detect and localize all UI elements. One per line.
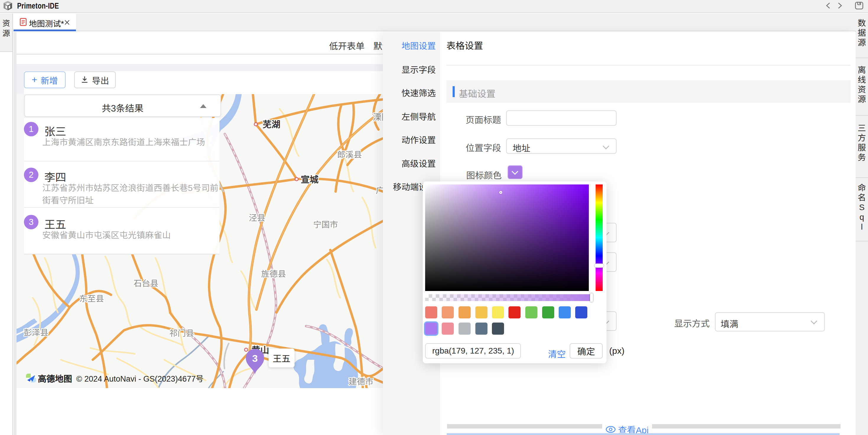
svg-text:溧阳: 溧阳 [373, 112, 383, 122]
svg-text:石台县: 石台县 [133, 279, 158, 288]
svg-text:旌德县: 旌德县 [261, 269, 286, 278]
svg-text:彭泽县: 彭泽县 [24, 328, 49, 337]
svg-text:芜湖: 芜湖 [262, 120, 280, 129]
svg-text:宣城: 宣城 [301, 175, 318, 185]
svg-text:郎溪县: 郎溪县 [337, 150, 362, 159]
svg-text:宁国市: 宁国市 [313, 220, 338, 229]
svg-text:建德市: 建德市 [349, 377, 373, 386]
svg-text:泾县: 泾县 [249, 213, 265, 223]
svg-text:东至县: 东至县 [79, 294, 104, 303]
svg-text:祁门县: 祁门县 [169, 329, 194, 338]
svg-text:广德市: 广德市 [376, 186, 383, 195]
svg-text:3: 3 [252, 353, 258, 364]
